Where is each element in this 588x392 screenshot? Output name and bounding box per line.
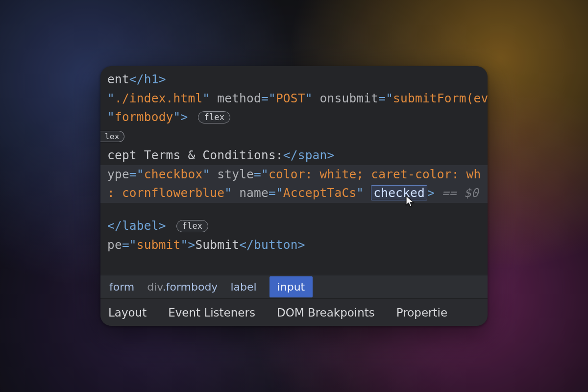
devtools-elements-panel: ent</h1> "./index.html" method="POST" on… bbox=[100, 66, 488, 326]
attr-name: onsubmit bbox=[320, 91, 379, 105]
breadcrumb-class: .formbody bbox=[163, 281, 218, 293]
punct: " bbox=[107, 110, 115, 124]
dom-breadcrumbs[interactable]: form div.formbody label input bbox=[100, 275, 488, 298]
code-line[interactable]: pe="submit">Submit</button> bbox=[100, 236, 488, 255]
tab-properties[interactable]: Propertie bbox=[396, 306, 447, 319]
closing-tag-h1: </h1> bbox=[129, 72, 166, 86]
punct: "> bbox=[181, 238, 196, 252]
punct: > bbox=[427, 186, 435, 200]
attr-value: color: white; caret-color: wh bbox=[269, 167, 481, 181]
attr-name: name bbox=[239, 186, 269, 200]
attr-value: checkbox bbox=[144, 167, 203, 181]
breadcrumb-form[interactable]: form bbox=[109, 281, 134, 293]
flex-badge[interactable]: lex bbox=[100, 131, 124, 142]
attr-value: AcceptTaCs bbox=[283, 186, 357, 200]
text-node: cept Terms & Conditions: bbox=[107, 148, 283, 162]
attr-value: ./index.html bbox=[115, 91, 202, 105]
attr-value: submitForm(ev bbox=[393, 91, 488, 105]
side-panel-tabs[interactable]: Layout Event Listeners DOM Breakpoints P… bbox=[100, 298, 488, 326]
flex-badge[interactable]: flex bbox=[198, 111, 230, 123]
tab-event-listeners[interactable]: Event Listeners bbox=[168, 306, 255, 319]
breadcrumb-input-active[interactable]: input bbox=[270, 276, 313, 297]
attr-name: method bbox=[217, 91, 261, 105]
breadcrumb-label[interactable]: label bbox=[230, 281, 256, 293]
punct: " bbox=[305, 91, 313, 105]
punct: =" bbox=[269, 186, 283, 200]
breadcrumb-tag: div bbox=[147, 281, 162, 293]
code-line[interactable]: "./index.html" method="POST" onsubmit="s… bbox=[100, 89, 488, 108]
punct: =" bbox=[254, 167, 269, 181]
attr-value: : cornflowerblue bbox=[107, 186, 224, 200]
text-node: Submit bbox=[195, 238, 239, 252]
tab-layout[interactable]: Layout bbox=[108, 306, 147, 319]
attr-value: formbody bbox=[115, 110, 173, 124]
dom-tree[interactable]: ent</h1> "./index.html" method="POST" on… bbox=[100, 66, 488, 254]
closing-tag-label: </label> bbox=[107, 219, 166, 233]
attr-name: pe bbox=[107, 238, 122, 252]
attr-checked-selected[interactable]: checked bbox=[371, 185, 427, 200]
punct: " bbox=[202, 91, 210, 105]
punct: =" bbox=[122, 238, 137, 252]
code-line-selected[interactable]: ype="checkbox" style="color: white; care… bbox=[100, 165, 488, 184]
punct: " bbox=[224, 186, 232, 200]
code-line[interactable]: ent</h1> bbox=[100, 70, 488, 89]
punct: =" bbox=[378, 91, 393, 105]
code-line[interactable]: </label> flex bbox=[100, 217, 488, 236]
attr-value: submit bbox=[137, 238, 181, 252]
attr-name: ype bbox=[107, 167, 129, 181]
punct: =" bbox=[261, 91, 276, 105]
punct: "> bbox=[173, 110, 188, 124]
tab-dom-breakpoints[interactable]: DOM Breakpoints bbox=[277, 306, 375, 319]
closing-tag-button: </button> bbox=[239, 238, 305, 252]
punct: =" bbox=[129, 167, 144, 181]
closing-tag-span: </span> bbox=[283, 148, 335, 162]
text-fragment: ent bbox=[107, 72, 129, 86]
flex-badge[interactable]: flex bbox=[176, 220, 209, 232]
attr-value: POST bbox=[276, 91, 305, 105]
code-line[interactable]: cept Terms & Conditions:</span> bbox=[100, 146, 488, 165]
breadcrumb-div-formbody[interactable]: div.formbody bbox=[147, 281, 218, 293]
code-line-selected[interactable]: : cornflowerblue" name="AcceptTaCs" chec… bbox=[100, 184, 488, 203]
attr-name: style bbox=[217, 167, 254, 181]
punct: " bbox=[107, 91, 115, 105]
code-line[interactable]: lex bbox=[100, 127, 488, 146]
console-ref: == $0 bbox=[435, 186, 479, 200]
punct: " bbox=[202, 167, 210, 181]
code-line[interactable]: "formbody"> flex bbox=[100, 108, 488, 127]
punct: " bbox=[356, 186, 364, 200]
